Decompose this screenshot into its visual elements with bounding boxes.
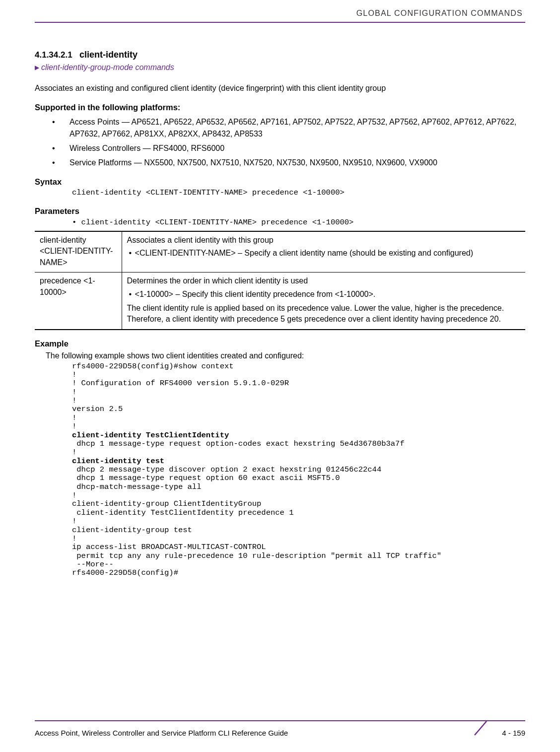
section-heading: 4.1.34.2.1 client-identity	[35, 50, 525, 60]
breadcrumb-text: client-identity-group-mode commands	[41, 63, 174, 72]
supported-heading: Supported in the following platforms:	[35, 103, 525, 112]
page-footer: Access Point, Wireless Controller and Se…	[35, 729, 525, 737]
param-name-cell: precedence <1-10000>	[35, 273, 122, 330]
header-rule	[35, 22, 525, 23]
section-title: client-identity	[79, 50, 138, 60]
footer-rule	[35, 720, 525, 721]
example-code: rfs4000-229D58(config)#show context ! ! …	[72, 362, 525, 578]
list-item: •Wireless Controllers — RFS4000, RFS6000	[52, 142, 525, 154]
param-name-cell: client-identity <CLIENT-IDENTITY-NAME>	[35, 231, 122, 273]
breadcrumb-arrow-icon: ▶	[35, 64, 39, 71]
section-description: Associates an existing and configured cl…	[35, 83, 525, 94]
list-item: •Service Platforms — NX5500, NX7500, NX7…	[52, 157, 525, 168]
section-number: 4.1.34.2.1	[35, 50, 72, 60]
supported-list: •Access Points — AP6521, AP6522, AP6532,…	[52, 116, 525, 168]
table-row: client-identity <CLIENT-IDENTITY-NAME> A…	[35, 231, 525, 273]
breadcrumb: ▶ client-identity-group-mode commands	[35, 63, 525, 72]
list-item: •Access Points — AP6521, AP6522, AP6532,…	[52, 116, 525, 139]
running-header: GLOBAL CONFIGURATION COMMANDS	[356, 9, 523, 18]
parameters-heading: Parameters	[35, 206, 525, 216]
parameters-table: client-identity <CLIENT-IDENTITY-NAME> A…	[35, 231, 525, 330]
example-heading: Example	[35, 339, 525, 348]
page-number: 4 - 159	[502, 729, 525, 737]
syntax-heading: Syntax	[35, 177, 525, 187]
parameters-bullet: client-identity <CLIENT-IDENTITY-NAME> p…	[72, 218, 525, 227]
footer-left: Access Point, Wireless Controller and Se…	[35, 729, 288, 737]
param-desc-cell: Determines the order in which client ide…	[122, 273, 525, 330]
example-intro: The following example shows two client i…	[46, 351, 525, 360]
param-desc-cell: Associates a client identity with this g…	[122, 231, 525, 273]
page-content: 4.1.34.2.1 client-identity ▶ client-iden…	[35, 50, 525, 578]
syntax-code: client-identity <CLIENT-IDENTITY-NAME> p…	[72, 189, 525, 198]
table-row: precedence <1-10000> Determines the orde…	[35, 273, 525, 330]
